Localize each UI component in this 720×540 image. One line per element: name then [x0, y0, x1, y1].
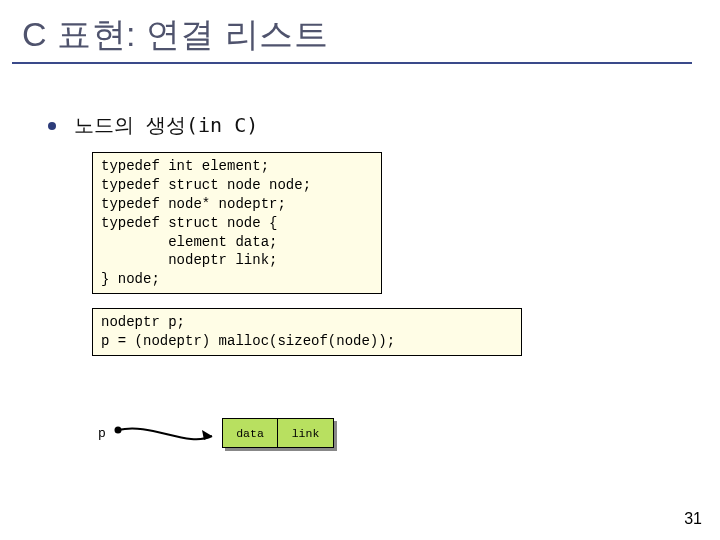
title-underline	[12, 62, 692, 64]
node-link-cell: link	[278, 418, 334, 448]
code-block-typedef: typedef int element; typedef struct node…	[92, 152, 382, 294]
pointer-arrow	[112, 418, 232, 454]
bullet-item: 노드의 생성(in C)	[48, 112, 258, 139]
code-block-malloc: nodeptr p; p = (nodeptr) malloc(sizeof(n…	[92, 308, 522, 356]
slide-title: C 표현: 연결 리스트	[22, 12, 328, 58]
pointer-label: p	[98, 426, 106, 441]
bullet-icon	[48, 122, 56, 130]
node-diagram: data link	[222, 418, 334, 448]
page-number: 31	[684, 510, 702, 528]
bullet-text: 노드의 생성(in C)	[74, 112, 258, 139]
node-data-cell: data	[222, 418, 278, 448]
